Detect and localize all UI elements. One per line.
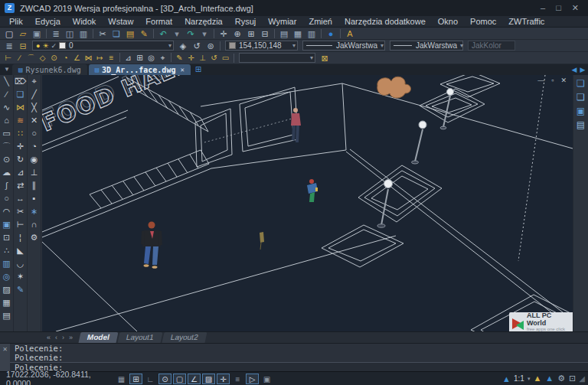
offset-icon[interactable]: ≋	[14, 114, 27, 127]
sculpture-table[interactable]	[377, 77, 411, 98]
dyn-ucs-icon[interactable]: ▨	[202, 374, 215, 384]
settings-gear-icon[interactable]: ⚙	[557, 374, 565, 383]
chamfer-icon[interactable]: ◣	[14, 244, 27, 257]
layout-nav-[interactable]: «	[44, 334, 53, 341]
person-distant[interactable]	[260, 232, 264, 250]
multiline-text-icon[interactable]: ▤	[0, 309, 13, 322]
command-close-icon[interactable]: ✕	[2, 346, 8, 353]
open-file-icon[interactable]: ▱	[16, 28, 30, 39]
construction-line-icon[interactable]: ∕	[0, 88, 13, 101]
layout-nav-[interactable]: ›	[60, 334, 67, 341]
annotation-scale-value[interactable]: 1:1	[514, 374, 524, 383]
dim-override-icon[interactable]: ▭	[220, 53, 231, 64]
layer-properties-manager-icon[interactable]: ≣	[2, 41, 16, 51]
otrack-icon[interactable]: ▢	[173, 374, 186, 384]
dim-oblique-icon[interactable]: ⊥	[197, 53, 208, 64]
layer-on-icon[interactable]: ●	[36, 42, 40, 50]
lengthen-icon[interactable]: ↔	[14, 192, 27, 205]
layer-previous-icon[interactable]: ↺	[190, 41, 204, 51]
undo-dropdown-icon[interactable]: ▾	[170, 28, 184, 39]
window-wall[interactable]	[195, 83, 346, 168]
grid-icon[interactable]: ▦	[115, 374, 128, 384]
layout-tab-model[interactable]: Model	[79, 332, 119, 343]
move-icon[interactable]: ✛	[14, 140, 27, 153]
lineweight-combo[interactable]: JakWarstwa ▾	[390, 41, 463, 51]
annotation-visibility-icon[interactable]: ▷	[246, 374, 259, 384]
mdi-close-button[interactable]: ✕	[560, 77, 567, 84]
canopy-ribs[interactable]	[90, 150, 211, 213]
menu-item-rysuj[interactable]: Rysuj	[229, 16, 263, 28]
osnap-icon[interactable]: ⊙	[158, 374, 172, 384]
line-icon[interactable]: ╲	[0, 75, 13, 88]
doc-tab-rysunek6[interactable]: ▤ Rysunek6.dwg	[12, 64, 87, 75]
dyn-input-icon[interactable]: ✛	[217, 374, 230, 384]
dim-aligned-icon[interactable]: ∕	[14, 53, 25, 64]
dim-tolerance-icon[interactable]: ⊞	[134, 53, 145, 64]
design-center-icon[interactable]: ▥	[305, 28, 318, 39]
menu-item-okno[interactable]: Okno	[432, 16, 464, 28]
polar-icon[interactable]: ∠	[188, 374, 201, 384]
dim-style-combo[interactable]: ▾	[239, 53, 315, 63]
clip-copy-base-icon[interactable]: ▣	[574, 104, 588, 118]
edit-polyline-icon[interactable]: ✎	[14, 283, 27, 296]
dim-ordinate-icon[interactable]: ◇	[37, 53, 48, 64]
plot-icon[interactable]: ≣	[49, 28, 63, 39]
explode-icon[interactable]: ✶	[14, 270, 27, 283]
copy-icon[interactable]: ❏	[109, 28, 123, 39]
rectangle-icon[interactable]: ▭	[0, 127, 13, 140]
workspace-switch-icon[interactable]: ▲	[545, 374, 554, 383]
dim-linear-icon[interactable]: ⊢	[2, 53, 14, 64]
snap-from-icon[interactable]: ⌖	[28, 75, 41, 88]
gradient-icon[interactable]: ▥	[0, 257, 13, 270]
dim-diameter-icon[interactable]: ◔	[60, 53, 71, 64]
maximize-button[interactable]: □	[556, 3, 561, 13]
linetype-combo[interactable]: JakWarstwa ▾	[302, 41, 385, 51]
dim-inspect-icon[interactable]: ⌖	[157, 53, 168, 64]
ortho-icon[interactable]: ∟	[144, 374, 157, 384]
street-lamp[interactable]	[440, 89, 454, 129]
help-sphere-icon[interactable]: ●	[324, 28, 338, 39]
annotation-autoscale-icon[interactable]: ▲	[533, 374, 541, 383]
spline-icon[interactable]: ∫	[0, 179, 13, 192]
donut-icon[interactable]: ◎	[0, 270, 13, 283]
fillet-icon[interactable]: ◡	[14, 257, 27, 270]
menu-item-edycja[interactable]: Edycja	[29, 16, 67, 28]
resize-grip-icon[interactable]: ◢	[579, 374, 585, 383]
dim-quick-icon[interactable]: ⋈	[83, 53, 94, 64]
snap-icon[interactable]: ⊞	[129, 374, 142, 384]
plot-preview-icon[interactable]: ◫	[63, 28, 77, 39]
dim-text-edit-icon[interactable]: ✛	[185, 53, 197, 64]
layout-nav-[interactable]: ‹	[53, 334, 60, 341]
layer-combo[interactable]: ● ☀ ✓ 0 ▾	[32, 41, 174, 51]
ellipse-icon[interactable]: ○	[0, 192, 13, 205]
minimize-button[interactable]: –	[541, 3, 545, 13]
annotation-scale-icon[interactable]: ▲	[502, 374, 511, 383]
insert-block-icon[interactable]: ▣	[0, 218, 13, 231]
clean-screen-icon[interactable]: ⊡	[569, 374, 576, 383]
layer-lock-icon[interactable]: ✓	[51, 42, 57, 50]
clip-paste-icon[interactable]: ❏	[574, 90, 588, 104]
extend-icon[interactable]: ⊢	[14, 218, 27, 231]
ellipse-arc-icon[interactable]: ◠	[0, 205, 13, 218]
menu-item-pomoc[interactable]: Pomoc	[464, 16, 502, 28]
clip-copy-icon[interactable]: ❏	[574, 77, 588, 90]
zoom-previous-icon[interactable]: ⊟	[258, 28, 272, 39]
revision-cloud-icon[interactable]: ☁	[0, 166, 13, 179]
menu-item-wymiar[interactable]: Wymiar	[262, 16, 302, 28]
polyline-icon[interactable]: ∿	[0, 101, 13, 114]
save-file-icon[interactable]: ▣	[30, 28, 44, 39]
layer-isolate-icon[interactable]: ⊚	[204, 41, 217, 51]
plaza-edges[interactable]	[42, 75, 573, 331]
dim-baseline-icon[interactable]: ↦	[94, 53, 106, 64]
table-icon[interactable]: ▦	[291, 28, 305, 39]
array-icon[interactable]: ∷	[14, 127, 27, 140]
lineweight-icon[interactable]: ≡	[231, 374, 244, 384]
doc-tab-label[interactable]: 3D_Ar...face.dwg	[102, 66, 175, 74]
snap-node-icon[interactable]: ▪	[28, 192, 41, 205]
snap-center-icon[interactable]: ○	[28, 127, 41, 140]
snap-tangent-icon[interactable]: ◉	[28, 153, 41, 166]
zoom-window-icon[interactable]: ⊞	[244, 28, 258, 39]
street-lamp[interactable]	[412, 121, 427, 164]
annotation-scale-arrow-icon[interactable]: ▾	[528, 376, 531, 382]
command-window[interactable]: ✕ Polecenie: Polecenie: Polecenie:	[0, 343, 588, 371]
